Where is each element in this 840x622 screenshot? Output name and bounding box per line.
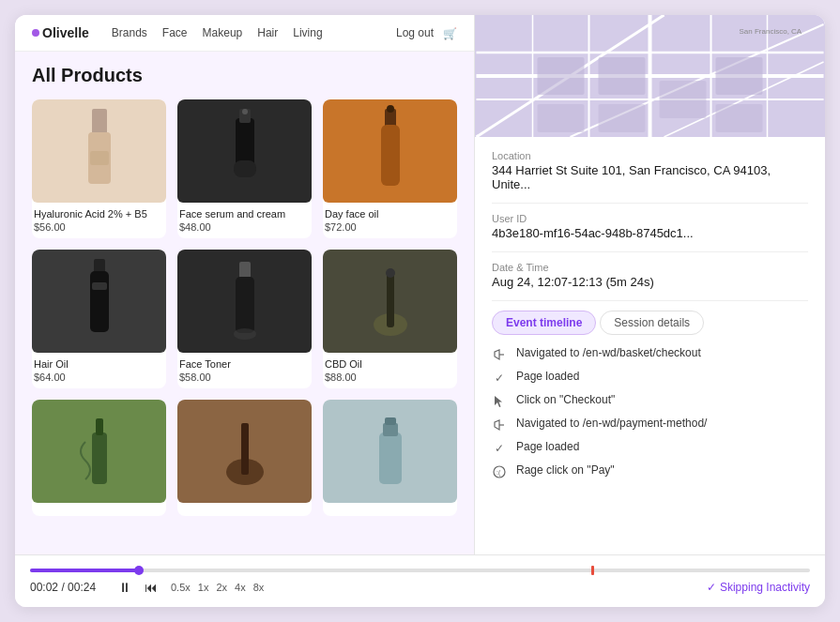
product-image-7 — [177, 400, 312, 503]
product-name: Face Toner — [179, 358, 310, 370]
product-image-3 — [32, 250, 166, 353]
nav-hair[interactable]: Hair — [257, 26, 278, 39]
product-price: $58.00 — [179, 372, 310, 383]
product-image-8 — [323, 400, 457, 503]
event-text: Navigated to /en-wd/basket/checkout — [516, 346, 701, 359]
svg-rect-9 — [381, 125, 400, 186]
tab-session-details[interactable]: Session details — [600, 311, 704, 335]
map-svg: San Francisco, CA — [475, 15, 825, 137]
speed-1x[interactable]: 1x — [198, 582, 209, 593]
nav-face[interactable]: Face — [162, 26, 188, 39]
nav-makeup[interactable]: Makeup — [203, 26, 243, 39]
navigate-icon-2 — [492, 417, 507, 432]
location-value: 344 Harriet St Suite 101, San Francisco,… — [492, 163, 808, 191]
svg-rect-6 — [234, 160, 256, 177]
product-info — [177, 503, 312, 516]
list-item[interactable]: Face serum and cream $48.00 — [177, 99, 312, 238]
timeline-list: Navigated to /en-wd/basket/checkout ✓ Pa… — [492, 346, 808, 479]
current-time: 00:02 — [30, 581, 58, 594]
divider-2 — [492, 251, 808, 252]
total-time: 00:24 — [68, 581, 96, 594]
product-image-4 — [177, 250, 312, 353]
svg-point-18 — [386, 268, 395, 278]
logo-dot — [32, 29, 39, 37]
product-name: Hyaluronic Acid 2% + B5 — [34, 208, 164, 220]
svg-rect-10 — [94, 259, 105, 273]
progress-marker — [591, 566, 594, 575]
rewind-button[interactable]: ⏮ — [145, 580, 158, 595]
speed-2x[interactable]: 2x — [216, 582, 227, 593]
svg-point-8 — [387, 105, 394, 113]
skip-check-icon: ✓ — [707, 581, 716, 594]
svg-rect-24 — [383, 423, 398, 436]
list-item[interactable] — [177, 400, 312, 516]
product-image-2 — [323, 99, 457, 203]
list-item: Navigated to /en-wd/payment-method/ — [492, 417, 808, 432]
svg-rect-42 — [538, 104, 585, 132]
svg-rect-2 — [90, 151, 109, 165]
event-text: Click on "Checkout" — [516, 393, 615, 406]
svg-rect-17 — [387, 273, 394, 327]
svg-rect-20 — [96, 418, 103, 435]
play-pause-button[interactable]: ⏸ — [118, 580, 131, 595]
list-item[interactable]: Hyaluronic Acid 2% + B5 $56.00 — [32, 99, 166, 238]
list-item[interactable]: Hair Oil $64.00 — [32, 250, 166, 388]
skip-inactivity-label: Skipping Inactivity — [720, 581, 810, 594]
check-icon-2: ✓ — [492, 441, 507, 456]
skip-inactivity-toggle[interactable]: ✓ Skipping Inactivity — [707, 581, 810, 594]
svg-rect-39 — [599, 57, 646, 95]
product-grid: Hyaluronic Acid 2% + B5 $56.00 Face seru… — [32, 99, 457, 516]
shop-nav: Brands Face Makeup Hair Living — [112, 26, 374, 39]
shop-actions: Log out 🛒 — [396, 24, 457, 41]
cart-button[interactable]: 🛒 — [443, 24, 457, 41]
nav-brands[interactable]: Brands — [112, 26, 147, 39]
speed-controls: 0.5x 1x 2x 4x 8x — [171, 582, 264, 593]
navigate-icon — [492, 347, 507, 362]
datetime-block: Date & Time Aug 24, 12:07-12:13 (5m 24s) — [492, 262, 808, 289]
player-bar: 00:02 / 00:24 ⏸ ⏮ 0.5x 1x 2x 4x 8x ✓ Ski… — [15, 554, 825, 607]
list-item[interactable]: CBD Oil $88.00 — [323, 250, 457, 388]
product-image-5 — [323, 250, 457, 353]
location-block: Location 344 Harriet St Suite 101, San F… — [492, 150, 808, 191]
svg-text::(: :( — [496, 469, 501, 477]
product-price: $48.00 — [179, 221, 310, 233]
svg-rect-38 — [538, 57, 585, 95]
tab-event-timeline[interactable]: Event timeline — [492, 311, 596, 335]
product-info: Hyaluronic Acid 2% + B5 $56.00 — [32, 203, 166, 238]
event-text: Page loaded — [516, 370, 579, 383]
list-item[interactable]: Face Toner $58.00 — [177, 250, 312, 388]
product-info — [32, 503, 166, 516]
svg-rect-23 — [379, 432, 402, 484]
product-price: $64.00 — [34, 372, 164, 383]
session-info: Location 344 Harriet St Suite 101, San F… — [475, 137, 825, 554]
list-item[interactable]: Day face oil $72.00 — [323, 99, 457, 238]
list-item: :( Rage click on "Pay" — [492, 463, 808, 479]
cart-icon: 🛒 — [443, 27, 457, 40]
progress-track[interactable] — [30, 569, 810, 572]
nav-living[interactable]: Living — [293, 26, 322, 39]
cursor-icon — [492, 394, 507, 409]
event-text: Rage click on "Pay" — [516, 463, 615, 477]
logout-link[interactable]: Log out — [396, 26, 434, 39]
speed-4x[interactable]: 4x — [235, 582, 246, 593]
list-item[interactable] — [32, 400, 166, 516]
svg-rect-11 — [90, 271, 109, 332]
speed-8x[interactable]: 8x — [253, 582, 265, 593]
event-text: Page loaded — [516, 440, 579, 453]
product-price: $88.00 — [325, 372, 455, 383]
divider-1 — [492, 203, 808, 204]
datetime-label: Date & Time — [492, 262, 808, 273]
svg-point-5 — [242, 109, 248, 114]
progress-fill — [30, 569, 139, 572]
product-info: Hair Oil $64.00 — [32, 353, 166, 388]
product-image-1 — [177, 99, 312, 203]
svg-rect-19 — [92, 432, 107, 484]
event-text: Navigated to /en-wd/payment-method/ — [516, 417, 707, 430]
svg-rect-14 — [236, 277, 254, 333]
svg-rect-12 — [92, 282, 107, 290]
list-item: ✓ Page loaded — [492, 370, 808, 386]
list-item[interactable] — [323, 400, 457, 516]
product-price: $56.00 — [34, 221, 164, 233]
svg-rect-41 — [716, 57, 763, 95]
speed-0-5x[interactable]: 0.5x — [171, 582, 191, 593]
